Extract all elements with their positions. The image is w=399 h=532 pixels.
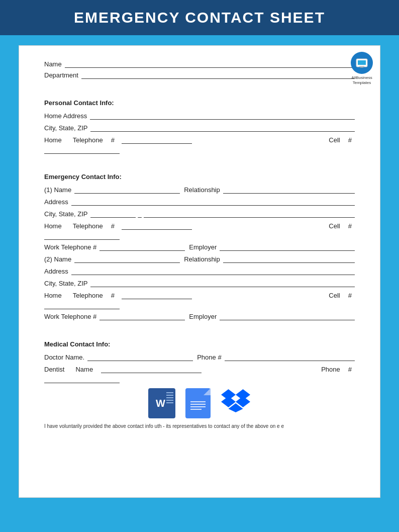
footer-icons: W — [44, 388, 355, 418]
city-state-zip-label: City, State, ZIP — [44, 124, 87, 132]
hash-1: # — [111, 136, 115, 144]
city-state-zip-row: City, State, ZIP — [44, 124, 355, 132]
address-label-1: Address — [44, 198, 68, 206]
department-line[interactable] — [81, 71, 355, 79]
footer-text: I have voluntarily provided the above co… — [44, 422, 355, 430]
city-state-zip-label-1: City, State, ZIP — [44, 210, 87, 218]
cell-line-3[interactable] — [44, 301, 120, 309]
gdoc-fold — [204, 388, 211, 395]
employer-label-2: Employer — [189, 313, 217, 320]
home-tel-line-2[interactable] — [122, 222, 192, 230]
cell-hash-2: # — [348, 222, 352, 230]
contact2-address-row: Address — [44, 267, 355, 275]
logo: AllBusiness Templates — [351, 52, 373, 86]
relationship-label-1: Relationship — [184, 186, 220, 194]
contact2-name-line[interactable] — [74, 255, 180, 263]
word-icon[interactable]: W — [148, 388, 175, 418]
cell-line-1[interactable] — [44, 146, 120, 154]
dentist-phone-hash: # — [348, 366, 352, 373]
employer-line-2[interactable] — [220, 312, 355, 320]
dropbox-icon[interactable] — [221, 388, 251, 413]
contact1-city-row: City, State, ZIP _ — [44, 210, 355, 218]
doctor-phone-line[interactable] — [225, 353, 355, 361]
svg-rect-3 — [360, 67, 363, 68]
doctor-name-line[interactable] — [87, 353, 193, 361]
contact1-address-row: Address — [44, 198, 355, 206]
word-icon-lines — [166, 392, 173, 403]
cell-hash-1: # — [348, 136, 352, 144]
city-line-1b[interactable] — [144, 210, 355, 218]
home-tel-line-1[interactable] — [122, 136, 192, 144]
cell-label-3: Cell — [329, 292, 340, 299]
home-label-1: Home — [44, 136, 62, 144]
contact1-name-label: (1) Name — [44, 186, 71, 194]
contact2-name-row: (2) Name Relationship — [44, 255, 355, 263]
contact1-name-row: (1) Name Relationship — [44, 186, 355, 194]
home-label-3: Home — [44, 292, 62, 299]
cell-line-2[interactable] — [44, 232, 120, 240]
address-label-2: Address — [44, 268, 68, 275]
hash-3: # — [111, 292, 115, 299]
home-label-2: Home — [44, 222, 62, 230]
telephone-label-1: Telephone — [73, 136, 103, 144]
cell-label-1: Cell — [329, 136, 340, 144]
home-address-row: Home Address — [44, 112, 355, 120]
dentist-name-line[interactable] — [101, 365, 202, 373]
home-address-label: Home Address — [44, 112, 87, 120]
relationship-line-1[interactable] — [223, 186, 355, 194]
dentist-phone-label: Phone — [321, 366, 340, 373]
name-line[interactable] — [65, 60, 355, 68]
telephone-label-2: Telephone — [73, 222, 103, 230]
relationship-label-2: Relationship — [184, 255, 220, 263]
telephone-label-3: Telephone — [73, 292, 103, 299]
page-header: EMERGENCY CONTACT SHEET — [0, 0, 399, 35]
department-row: Department — [44, 71, 355, 79]
personal-section-title: Personal Contact Info: — [44, 99, 355, 107]
phone-label: Phone # — [197, 353, 221, 361]
employer-label-1: Employer — [189, 243, 217, 251]
medical-section-title: Medical Contact Info: — [44, 340, 355, 348]
dentist-name-label: Name — [75, 366, 93, 373]
home-tel-row-1: Home Telephone # Cell # — [44, 222, 355, 230]
address-line-2[interactable] — [71, 267, 355, 275]
contact1-name-line[interactable] — [74, 186, 180, 194]
work-tel-label-1: Work Telephone # — [44, 243, 96, 251]
gdoc-icon[interactable] — [185, 388, 211, 418]
work-tel-line-2[interactable] — [99, 312, 185, 320]
address-line-1[interactable] — [71, 198, 355, 206]
work-tel-row-2: Work Telephone # Employer — [44, 312, 355, 320]
cell-hash-3: # — [348, 292, 352, 299]
emergency-section-title: Emergency Contact Info: — [44, 173, 355, 181]
city-line-1a[interactable] — [90, 210, 136, 218]
page-title: EMERGENCY CONTACT SHEET — [0, 9, 399, 26]
dentist-label: Dentist — [44, 366, 64, 373]
hash-2: # — [111, 222, 115, 230]
name-row: Name — [44, 60, 355, 68]
dentist-row: Dentist Name Phone # — [44, 365, 355, 373]
home-tel-line-3[interactable] — [122, 291, 192, 299]
contact2-name-label: (2) Name — [44, 255, 71, 263]
city-state-zip-label-2: City, State, ZIP — [44, 280, 87, 287]
home-tel-row-personal: Home Telephone # Cell # — [44, 136, 355, 144]
name-label: Name — [44, 60, 62, 68]
employer-line-1[interactable] — [220, 243, 355, 251]
logo-icon — [351, 52, 373, 74]
department-label: Department — [44, 71, 78, 79]
doctor-row: Doctor Name. Phone # — [44, 353, 355, 361]
document-body: AllBusiness Templates Name Department Pe… — [19, 45, 380, 498]
home-tel-row-2: Home Telephone # Cell # — [44, 291, 355, 299]
doctor-label: Doctor Name. — [44, 353, 84, 361]
contact2-city-row: City, State, ZIP — [44, 279, 355, 287]
svg-rect-2 — [359, 66, 364, 67]
logo-text: AllBusiness Templates — [351, 75, 372, 86]
home-address-line[interactable] — [90, 112, 355, 120]
work-tel-line-1[interactable] — [99, 243, 185, 251]
city-state-zip-line[interactable] — [90, 124, 355, 132]
svg-rect-1 — [358, 60, 366, 65]
city-line-2[interactable] — [90, 279, 355, 287]
relationship-line-2[interactable] — [223, 255, 355, 263]
work-tel-label-2: Work Telephone # — [44, 313, 96, 320]
work-tel-row-1: Work Telephone # Employer — [44, 243, 355, 251]
cell-label-2: Cell — [329, 222, 340, 230]
dentist-phone-line[interactable] — [44, 375, 120, 383]
